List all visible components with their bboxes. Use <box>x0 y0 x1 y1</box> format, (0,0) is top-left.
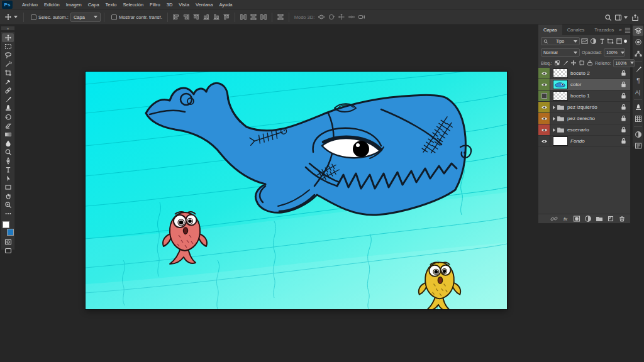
edit-toolbar-icon[interactable] <box>2 209 14 218</box>
add-layer-mask-icon[interactable] <box>573 215 580 222</box>
layer-row-pez-izquierdo[interactable]: pez izquierdo <box>538 102 630 113</box>
visibility-empty-checkbox[interactable] <box>541 93 547 99</box>
menu-3d[interactable]: 3D <box>164 0 176 9</box>
background-color-swatch[interactable] <box>7 229 14 236</box>
panel-paragraph-icon[interactable]: ¶ <box>633 75 643 85</box>
layer-row-color[interactable]: color <box>538 79 630 90</box>
brush-tool[interactable] <box>2 95 14 104</box>
menu-ayuda[interactable]: Ayuda <box>216 0 235 9</box>
layer-row-escenario[interactable]: escenario <box>538 124 630 136</box>
tab-trazados[interactable]: Trazados <box>589 25 619 35</box>
lock-artboard-icon[interactable] <box>579 59 585 67</box>
distribute-right-icon[interactable] <box>258 12 269 22</box>
layer-row-boceto-1[interactable]: boceto 1 <box>538 90 630 102</box>
search-icon[interactable] <box>603 13 613 23</box>
filter-pixel-icon[interactable] <box>581 38 589 45</box>
layer-row-boceto-2[interactable]: boceto 2 <box>538 68 630 79</box>
filter-adjustment-icon[interactable] <box>590 38 597 45</box>
show-transform-checkbox[interactable] <box>111 14 117 20</box>
layer-thumbnail[interactable] <box>553 91 568 101</box>
visibility-eye-icon[interactable] <box>541 82 548 87</box>
panel-expand-icon[interactable]: » <box>619 27 621 33</box>
layer-thumbnail[interactable] <box>553 80 568 89</box>
opacity-dropdown[interactable]: 100% <box>604 48 625 57</box>
document-canvas[interactable] <box>86 72 507 309</box>
filter-type-icon[interactable] <box>598 38 606 45</box>
tab-capas[interactable]: Capas <box>538 25 562 35</box>
layer-name[interactable]: pez izquierdo <box>567 104 621 110</box>
visibility-eye-icon[interactable] <box>541 71 548 76</box>
distribute-spacing-icon[interactable] <box>275 12 286 22</box>
layer-row-fondo[interactable]: Fondo <box>538 136 630 147</box>
align-top-edges-icon[interactable] <box>201 12 211 22</box>
3d-pan-icon[interactable] <box>336 12 347 22</box>
spot-healing-tool[interactable] <box>2 86 14 95</box>
eyedropper-tool[interactable] <box>2 77 14 86</box>
3d-roll-icon[interactable] <box>326 12 336 22</box>
photoshop-logo[interactable]: Ps <box>2 1 13 9</box>
layer-name[interactable]: Fondo <box>570 138 621 144</box>
group-expand-arrow-icon[interactable] <box>553 106 555 109</box>
tool-preset-chevron-icon[interactable] <box>14 16 18 18</box>
layer-name[interactable]: boceto 2 <box>570 70 621 76</box>
shape-tool[interactable] <box>2 183 14 192</box>
lock-all-icon[interactable] <box>587 59 593 67</box>
dodge-tool[interactable] <box>2 148 14 156</box>
menu-imagen[interactable]: Imagen <box>63 0 85 9</box>
blur-tool[interactable] <box>2 139 14 148</box>
panel-paths-icon[interactable] <box>633 48 643 58</box>
auto-select-checkbox[interactable] <box>31 14 36 20</box>
3d-camera-icon[interactable] <box>357 12 367 22</box>
menu-edicion[interactable]: Edición <box>41 0 63 9</box>
visibility-eye-icon[interactable] <box>541 116 548 121</box>
panel-clone-source-icon[interactable] <box>633 102 643 112</box>
pen-tool[interactable] <box>2 156 14 165</box>
move-tool[interactable] <box>2 33 14 42</box>
type-tool[interactable] <box>2 165 14 174</box>
visibility-eye-icon[interactable] <box>541 105 548 110</box>
new-layer-icon[interactable] <box>607 215 614 222</box>
hand-tool[interactable] <box>2 192 14 200</box>
new-adjustment-layer-icon[interactable] <box>584 215 592 222</box>
crop-tool[interactable] <box>2 69 14 77</box>
layer-thumbnail[interactable] <box>553 136 568 146</box>
history-brush-tool[interactable] <box>2 112 14 121</box>
menu-ventana[interactable]: Ventana <box>192 0 216 9</box>
panel-channels-icon[interactable] <box>633 37 643 47</box>
toolbar-collapse-button[interactable]: » <box>1 26 15 31</box>
blend-mode-dropdown[interactable]: Normal <box>541 48 580 57</box>
eraser-tool[interactable] <box>2 121 14 130</box>
tab-canales[interactable]: Canales <box>562 25 590 35</box>
align-bottom-edges-icon[interactable] <box>221 12 231 22</box>
group-expand-arrow-icon[interactable] <box>553 117 555 121</box>
lock-transparency-icon[interactable] <box>554 59 560 67</box>
move-tool-options-icon[interactable] <box>3 12 13 22</box>
menu-vista[interactable]: Vista <box>175 0 192 9</box>
auto-select-dropdown[interactable]: Capa <box>70 13 101 22</box>
align-right-edges-icon[interactable] <box>191 12 201 22</box>
magic-wand-tool[interactable] <box>2 60 14 69</box>
filter-shape-icon[interactable] <box>607 38 614 45</box>
clone-stamp-tool[interactable] <box>2 104 14 112</box>
layer-name[interactable]: escenario <box>567 127 621 133</box>
path-selection-tool[interactable] <box>2 174 14 183</box>
filter-smart-object-icon[interactable] <box>616 38 623 45</box>
3d-orbit-icon[interactable] <box>316 12 326 22</box>
workspace-chevron-icon[interactable] <box>624 16 628 19</box>
distribute-center-icon[interactable] <box>248 12 258 22</box>
align-vertical-centers-icon[interactable] <box>211 12 221 22</box>
zoom-tool[interactable] <box>2 200 14 209</box>
layer-name[interactable]: color <box>570 82 621 87</box>
layer-row-pez-derecho[interactable]: pez derecho <box>538 113 630 124</box>
panel-layers-icon[interactable] <box>633 26 643 36</box>
menu-capa[interactable]: Capa <box>85 0 103 9</box>
fill-dropdown[interactable]: 100% <box>613 59 635 67</box>
delete-layer-icon[interactable] <box>618 215 626 222</box>
align-horizontal-centers-icon[interactable] <box>181 12 191 22</box>
gradient-tool[interactable] <box>2 130 14 139</box>
menu-archivo[interactable]: Archivo <box>19 0 41 9</box>
panel-adjustments-icon[interactable] <box>633 129 643 140</box>
layer-style-fx-icon[interactable]: fx <box>562 215 569 222</box>
lasso-tool[interactable] <box>2 51 14 60</box>
panel-libraries-icon[interactable] <box>633 141 643 151</box>
